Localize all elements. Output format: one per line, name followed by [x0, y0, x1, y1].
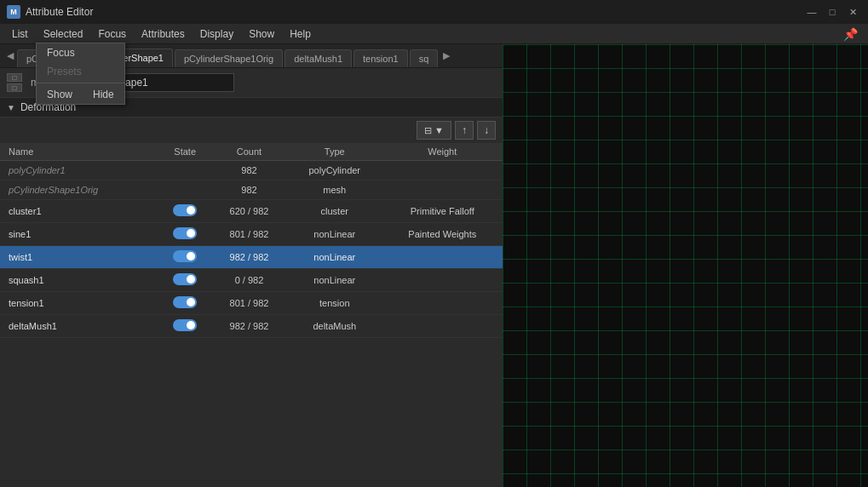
window-title: Attribute Editor [26, 6, 798, 18]
menu-bar: List Selected Focus Attributes Display S… [0, 24, 868, 44]
move-up-button[interactable]: ↑ [455, 121, 474, 140]
table-row[interactable]: tension1801 / 982tension [0, 292, 503, 315]
table-row[interactable]: deltaMush1982 / 982deltaMush [0, 315, 503, 338]
row-type: tension [287, 292, 382, 315]
menu-attributes[interactable]: Attributes [135, 26, 192, 42]
table-header-row: Name State Count Type Weight [0, 143, 503, 161]
move-down-button[interactable]: ↓ [477, 121, 496, 140]
tab-pcylinderShape1orig[interactable]: pCylinderShape1Orig [175, 49, 283, 67]
row-state[interactable] [158, 315, 211, 338]
row-name: deltaMush1 [0, 315, 158, 338]
row-type: cluster [287, 200, 382, 223]
toggle-on[interactable] [173, 273, 197, 285]
row-count: 982 [211, 180, 287, 200]
selected-dropdown: FocusPresetsShowHide [36, 43, 125, 105]
mesh-icon-top[interactable]: □ [7, 73, 22, 82]
row-name: twist1 [0, 246, 158, 269]
row-weight [382, 315, 503, 338]
row-type: deltaMush [287, 315, 382, 338]
toolbar-row: ⊟ ▼ ↑ ↓ [0, 117, 503, 143]
dropdown-focus[interactable]: Focus [37, 43, 124, 62]
filter-button[interactable]: ⊟ ▼ [417, 121, 451, 140]
dropdown-presets: Presets [37, 62, 124, 81]
grid-background [503, 44, 868, 487]
row-name: cluster1 [0, 200, 158, 223]
section-arrow[interactable]: ▼ [7, 103, 15, 112]
toggle-on[interactable] [173, 227, 197, 239]
pin-icon[interactable]: 📌 [838, 26, 863, 43]
deformation-panel: ⊟ ▼ ↑ ↓ Name State [0, 117, 503, 487]
deformation-table: Name State Count Type Weight polyCylinde… [0, 143, 503, 338]
row-count: 0 / 982 [211, 269, 287, 292]
deformation-content: ⊟ ▼ ↑ ↓ Name State [0, 117, 503, 487]
table-row[interactable]: cluster1620 / 982clusterPrimitive Fallof… [0, 200, 503, 223]
menu-focus[interactable]: Focus [91, 26, 133, 42]
app-icon: M [7, 5, 20, 19]
row-count: 801 / 982 [211, 223, 287, 246]
menu-selected[interactable]: Selected [37, 26, 90, 42]
row-type: nonLinear [287, 223, 382, 246]
maximize-button[interactable]: □ [824, 5, 841, 19]
row-name: polyCylinder1 [0, 161, 158, 180]
row-name: pCylinderShape1Orig [0, 180, 158, 200]
col-name: Name [0, 143, 158, 161]
col-state: State [158, 143, 211, 161]
row-count: 982 / 982 [211, 246, 287, 269]
filter-icon: ⊟ [424, 125, 432, 136]
table-row[interactable]: polyCylinder1982polyCylinder [0, 161, 503, 180]
table-row[interactable]: sine1801 / 982nonLinearPainted Weights [0, 223, 503, 246]
row-name: tension1 [0, 292, 158, 315]
row-state[interactable] [158, 200, 211, 223]
row-weight: Painted Weights [382, 223, 503, 246]
dropdown-separator [37, 83, 124, 83]
row-state [158, 180, 211, 200]
row-weight [382, 161, 503, 180]
row-name: sine1 [0, 223, 158, 246]
table-row[interactable]: twist1982 / 982nonLinear [0, 246, 503, 269]
row-type: nonLinear [287, 269, 382, 292]
row-count: 982 / 982 [211, 315, 287, 338]
row-state[interactable] [158, 269, 211, 292]
row-weight [382, 246, 503, 269]
row-count: 982 [211, 161, 287, 180]
row-state[interactable] [158, 292, 211, 315]
toggle-on[interactable] [173, 250, 197, 262]
minimize-button[interactable]: — [803, 5, 820, 19]
menu-show[interactable]: Show [242, 26, 281, 42]
row-weight [382, 269, 503, 292]
main-content: ◀ pCylinder1 pCylinderShape1 pCylinderSh… [0, 44, 868, 487]
mesh-icon-bottom[interactable]: □ [7, 83, 22, 92]
tab-tension1[interactable]: tension1 [354, 49, 408, 67]
deformation-table-container[interactable]: Name State Count Type Weight polyCylinde… [0, 143, 503, 487]
title-bar: M Attribute Editor — □ ✕ [0, 0, 868, 24]
table-row[interactable]: pCylinderShape1Orig982mesh [0, 180, 503, 200]
menu-display[interactable]: Display [193, 26, 240, 42]
menu-help[interactable]: Help [283, 26, 318, 42]
viewport [503, 44, 868, 487]
row-type: polyCylinder [287, 161, 382, 180]
mesh-icons: □ □ [7, 73, 22, 92]
row-state[interactable] [158, 246, 211, 269]
close-button[interactable]: ✕ [844, 5, 861, 19]
toggle-on[interactable] [173, 296, 197, 308]
row-count: 620 / 982 [211, 200, 287, 223]
menu-list[interactable]: List [5, 26, 35, 42]
tab-sq[interactable]: sq [410, 49, 439, 67]
row-state[interactable] [158, 223, 211, 246]
table-row[interactable]: squash10 / 982nonLinear [0, 269, 503, 292]
toggle-on[interactable] [173, 204, 197, 216]
toggle-on[interactable] [173, 319, 197, 331]
col-type: Type [287, 143, 382, 161]
row-weight: Primitive Falloff [382, 200, 503, 223]
tab-deltamush1[interactable]: deltaMush1 [285, 49, 352, 67]
row-name: squash1 [0, 269, 158, 292]
dropdown-show[interactable]: Show [37, 85, 83, 104]
row-type: mesh [287, 180, 382, 200]
tab-next-arrow[interactable]: ▶ [440, 47, 453, 65]
row-weight [382, 292, 503, 315]
row-state [158, 161, 211, 180]
row-weight [382, 180, 503, 200]
dropdown-hide[interactable]: Hide [83, 85, 124, 104]
tab-prev-arrow[interactable]: ◀ [3, 47, 17, 65]
filter-arrow-icon: ▼ [434, 125, 444, 135]
